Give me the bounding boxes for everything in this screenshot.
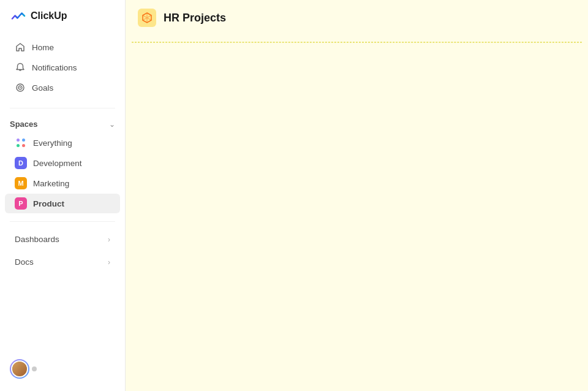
goals-icon — [15, 82, 26, 93]
sidebar-item-goals[interactable]: Goals — [5, 78, 120, 97]
avatar-ring — [10, 359, 29, 379]
space-label-marketing: Marketing — [33, 179, 69, 188]
spaces-title: Spaces — [10, 120, 38, 129]
docs-label: Docs — [15, 257, 34, 267]
docs-section: Docs › — [0, 252, 125, 272]
logo-header[interactable]: ClickUp — [0, 0, 125, 32]
spaces-divider — [10, 221, 115, 222]
sidebar-item-development[interactable]: D Development — [5, 153, 120, 173]
notifications-label: Notifications — [32, 63, 77, 72]
sidebar-item-marketing[interactable]: M Marketing — [5, 173, 120, 193]
page-icon — [138, 9, 156, 27]
product-space-icon: P — [15, 197, 27, 210]
sidebar-item-dashboards[interactable]: Dashboards › — [5, 230, 120, 249]
development-space-icon: D — [15, 157, 27, 169]
space-label-product: Product — [33, 199, 64, 208]
spaces-header-left: Spaces — [10, 120, 38, 129]
clickup-logo[interactable]: ClickUp — [10, 7, 67, 25]
logo-text: ClickUp — [31, 10, 67, 21]
main-content: HR Projects — [126, 0, 588, 391]
spaces-section: Spaces ⌄ Everything D Development M — [0, 113, 125, 216]
status-dot — [32, 366, 37, 371]
home-label: Home — [32, 43, 54, 52]
chevron-right-docs-icon: › — [108, 258, 110, 267]
avatar — [11, 360, 28, 378]
clickup-logo-icon — [10, 7, 27, 25]
avatar-photo — [12, 362, 27, 376]
bell-icon — [15, 62, 26, 73]
home-icon — [15, 42, 26, 53]
spaces-header[interactable]: Spaces ⌄ — [0, 116, 125, 132]
svg-point-2 — [20, 87, 21, 88]
sidebar-item-product[interactable]: P Product — [5, 194, 120, 213]
sidebar-item-everything[interactable]: Everything — [5, 133, 120, 153]
space-label-everything: Everything — [33, 139, 72, 148]
marketing-space-icon: M — [15, 177, 27, 189]
avatar-container[interactable] — [10, 359, 37, 379]
main-header: HR Projects — [126, 0, 588, 36]
everything-icon — [15, 137, 27, 149]
dashboards-section: Dashboards › — [0, 229, 125, 249]
sidebar-item-docs[interactable]: Docs › — [5, 252, 120, 271]
goals-label: Goals — [32, 83, 53, 93]
chevron-right-dashboards-icon: › — [108, 235, 110, 244]
space-label-development: Development — [33, 159, 82, 168]
sidebar-item-notifications[interactable]: Notifications — [5, 58, 120, 77]
content-border — [132, 42, 582, 43]
sidebar: ClickUp Home Notifications — [0, 0, 126, 391]
page-title: HR Projects — [164, 12, 226, 25]
nav-divider — [10, 108, 115, 108]
sidebar-item-home[interactable]: Home — [5, 37, 120, 57]
main-nav: Home Notifications Goals — [0, 32, 125, 103]
dashboards-label: Dashboards — [15, 235, 59, 244]
chevron-down-icon: ⌄ — [109, 120, 115, 129]
sidebar-footer[interactable] — [0, 353, 125, 385]
